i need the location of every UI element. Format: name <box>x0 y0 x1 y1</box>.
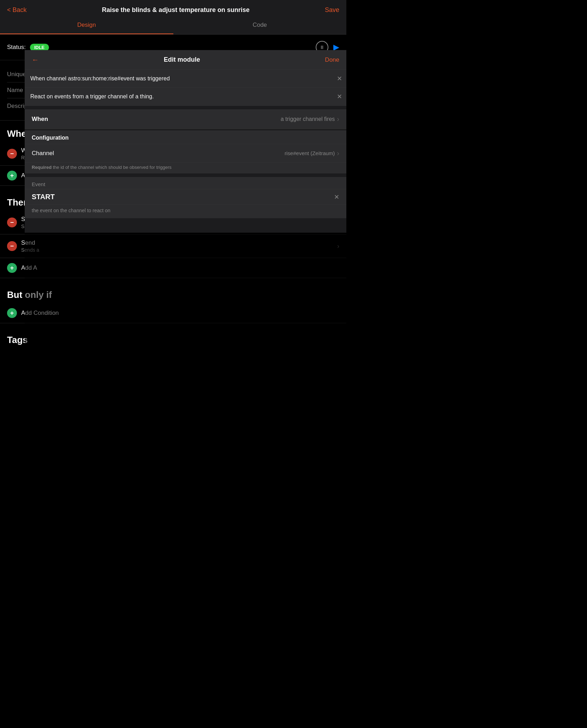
modal-when-value: a trigger channel fires <box>280 116 335 122</box>
modal-when-chevron: › <box>337 115 339 123</box>
modal-config-section: Configuration Channel rise#event (Zeitra… <box>25 130 346 173</box>
config-channel-row[interactable]: Channel rise#event (Zeitraum) › <box>25 144 346 162</box>
save-button[interactable]: Save <box>325 6 339 14</box>
modal-name-value: When channel astro:sun:home:rise#event w… <box>30 75 170 81</box>
event-label-row: Event <box>25 177 346 189</box>
event-description: the event on the channel to react on <box>25 204 346 218</box>
modal-header: ← Edit module Done <box>25 50 346 70</box>
status-label: Status: <box>7 44 26 51</box>
back-button[interactable]: < Back <box>7 6 27 14</box>
event-value: START <box>32 193 334 201</box>
pause-icon: ⏸ <box>320 44 325 50</box>
clear-event-button[interactable]: ✕ <box>334 193 339 201</box>
event-label: Event <box>32 181 45 187</box>
clear-description-button[interactable]: ✕ <box>337 93 342 100</box>
add-condition-button[interactable]: + <box>7 308 17 318</box>
modal-description-value: React on events from a trigger channel o… <box>30 93 154 99</box>
add-trigger-button[interactable]: + <box>7 171 17 181</box>
config-header-text: Configuration <box>32 135 69 141</box>
remove-action-0-button[interactable]: − <box>7 218 17 227</box>
tab-bar: Design Code <box>0 18 346 35</box>
modal-done-button[interactable]: Done <box>325 56 339 63</box>
modal-description-field[interactable]: React on events from a trigger channel o… <box>25 88 346 106</box>
tab-code[interactable]: Code <box>173 18 347 34</box>
tab-design[interactable]: Design <box>0 18 173 34</box>
channel-value: rise#event (Zeitraum) <box>285 150 335 156</box>
modal-name-field[interactable]: When channel astro:sun:home:rise#event w… <box>25 70 346 88</box>
clear-name-button[interactable]: ✕ <box>337 75 342 82</box>
modal-when-label: When <box>32 116 280 123</box>
modal-when-row[interactable]: When a trigger channel fires › <box>25 109 346 129</box>
remove-trigger-button[interactable]: − <box>7 149 17 159</box>
modal-event-section: Event START ✕ the event on the channel t… <box>25 177 346 218</box>
channel-label: Channel <box>32 150 285 157</box>
app-header: < Back Raise the blinds & adjust tempera… <box>0 0 346 18</box>
modal-title: Edit module <box>39 56 325 63</box>
remove-action-1-button[interactable]: − <box>7 241 17 251</box>
channel-chevron: › <box>337 149 339 157</box>
config-header: Configuration <box>25 130 346 144</box>
add-action-button[interactable]: + <box>7 263 17 273</box>
required-text: Required the id of the channel which sho… <box>25 162 346 173</box>
required-bold: Required <box>32 165 51 170</box>
page-title: Raise the blinds & adjust temperature on… <box>27 6 325 14</box>
modal-back-button[interactable]: ← <box>32 56 39 64</box>
event-input-row[interactable]: START ✕ <box>25 189 346 204</box>
edit-module-modal: ← Edit module Done When channel astro:su… <box>25 50 346 233</box>
